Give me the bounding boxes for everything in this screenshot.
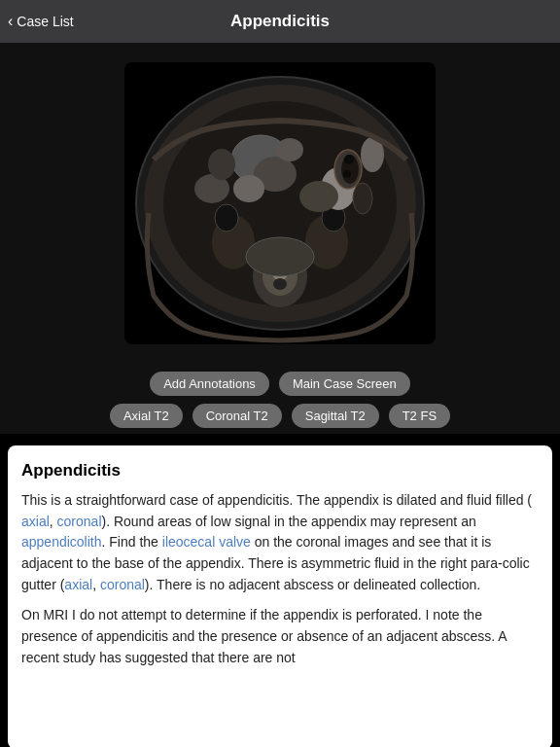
main-case-screen-button[interactable]: Main Case Screen (279, 372, 410, 396)
coronal-t2-button[interactable]: Coronal T2 (192, 404, 282, 428)
buttons-area: Add Annotations Main Case Screen Axial T… (0, 364, 560, 434)
link-coronal-1[interactable]: coronal (57, 514, 102, 529)
mri-image-area (0, 43, 560, 364)
content-title: Appendicitis (21, 461, 539, 480)
para1-mid2: . Find the (102, 534, 162, 550)
para1-comma: , (50, 514, 57, 529)
add-annotations-button[interactable]: Add Annotations (150, 372, 269, 396)
svg-point-7 (273, 278, 287, 290)
sagittal-t2-button[interactable]: Sagittal T2 (292, 404, 379, 428)
para1-comma2: , (92, 577, 100, 592)
link-coronal-2[interactable]: coronal (100, 577, 145, 592)
back-label: Case List (17, 14, 73, 29)
button-row-2: Axial T2 Coronal T2 Sagittal T2 T2 FS (110, 404, 450, 428)
para1-suffix: ). There is no adjacent abscess or delin… (145, 577, 480, 592)
button-row-1: Add Annotations Main Case Screen (150, 372, 410, 396)
svg-point-18 (343, 170, 351, 178)
svg-point-20 (233, 175, 264, 202)
axial-t2-button[interactable]: Axial T2 (110, 404, 183, 428)
link-ileocecal[interactable]: ileocecal valve (162, 534, 251, 550)
back-button[interactable]: ‹ Case List (8, 13, 74, 30)
content-panel[interactable]: Appendicitis This is a straightforward c… (8, 445, 552, 747)
link-axial-1[interactable]: axial (21, 514, 50, 529)
svg-point-21 (276, 138, 303, 161)
paragraph-1: This is a straightforward case of append… (21, 490, 539, 595)
t2-fs-button[interactable]: T2 FS (389, 404, 450, 428)
link-axial-2[interactable]: axial (64, 577, 92, 592)
mri-scan-image (124, 62, 436, 344)
back-chevron-icon: ‹ (8, 13, 13, 30)
svg-point-22 (353, 183, 372, 214)
svg-point-26 (208, 149, 235, 180)
link-appendicolith[interactable]: appendicolith (21, 534, 102, 550)
svg-point-23 (246, 237, 314, 276)
para1-prefix: This is a straightforward case of append… (21, 492, 532, 508)
page-title: Appendicitis (230, 12, 330, 31)
paragraph-2: On MRI I do not attempt to determine if … (21, 605, 539, 668)
content-body: This is a straightforward case of append… (21, 490, 539, 669)
mri-svg (124, 62, 436, 344)
svg-point-19 (299, 181, 338, 212)
para1-mid: ). Round areas of low signal in the appe… (102, 514, 476, 529)
svg-point-17 (344, 155, 354, 164)
app-header: ‹ Case List Appendicitis (0, 0, 560, 43)
svg-point-10 (215, 204, 238, 231)
